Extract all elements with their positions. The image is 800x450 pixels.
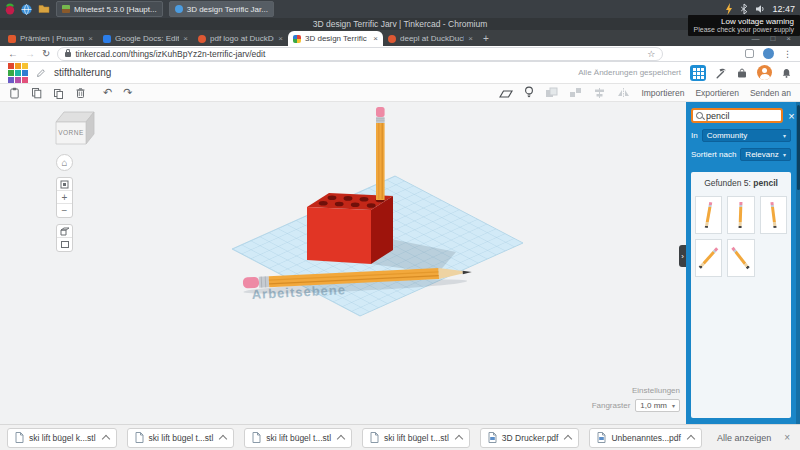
download-item[interactable]: ski lift bügel t...stl: [362, 428, 470, 448]
raspberry-menu-icon[interactable]: [5, 3, 15, 15]
3d-canvas[interactable]: Arbeitsebene: [0, 102, 686, 424]
dashboard-grid-button[interactable]: [690, 65, 706, 81]
address-bar[interactable]: tinkercad.com/things/izKuhBpYz2n-terrifi…: [57, 47, 663, 61]
zoom-out-button[interactable]: −: [57, 204, 72, 217]
editor-main-area: Arbeitsebene: [0, 102, 800, 424]
download-item[interactable]: 3D Drucker.pdf: [480, 428, 580, 448]
undo-icon[interactable]: ↶: [103, 87, 112, 98]
result-thumbnail[interactable]: [695, 239, 722, 277]
tab-label: Google Docs: Editor für: [115, 34, 179, 43]
file-manager-icon[interactable]: [38, 4, 50, 14]
download-menu-caret[interactable]: [687, 434, 695, 442]
show-all-bulb-icon[interactable]: [524, 86, 534, 99]
perspective-view-button[interactable]: [57, 225, 72, 238]
group-icon[interactable]: [545, 87, 558, 99]
fit-view-button[interactable]: [57, 178, 72, 191]
mirror-icon[interactable]: [617, 87, 630, 99]
panel-collapse-handle[interactable]: ›: [679, 245, 686, 267]
window-titlebar[interactable]: 3D design Terrific Jarv | Tinkercad - Ch…: [0, 18, 800, 30]
result-thumbnail[interactable]: [727, 196, 754, 234]
download-menu-caret[interactable]: [101, 434, 109, 442]
download-item[interactable]: ski lift bügel t...stl: [127, 428, 235, 448]
bookmark-star-icon[interactable]: ☆: [647, 49, 655, 59]
download-menu-caret[interactable]: [219, 434, 227, 442]
download-item[interactable]: ski lift bügel t...stl: [244, 428, 352, 448]
user-avatar[interactable]: [757, 65, 772, 80]
paste-icon[interactable]: [9, 87, 20, 99]
export-button[interactable]: Exportieren: [695, 88, 738, 98]
tab-close-icon[interactable]: ×: [278, 34, 283, 43]
align-icon[interactable]: [593, 87, 606, 99]
import-button[interactable]: Importieren: [641, 88, 684, 98]
search-input[interactable]: [706, 111, 778, 121]
standing-pencil[interactable]: [376, 107, 385, 200]
bluetooth-icon[interactable]: [740, 3, 748, 15]
close-shelf-icon[interactable]: ×: [781, 432, 793, 443]
sort-dropdown[interactable]: Relevanz ▾: [740, 148, 791, 161]
tab-close-icon[interactable]: ×: [88, 34, 93, 43]
redo-icon[interactable]: ↷: [123, 87, 132, 98]
download-item[interactable]: ski lift bügel k...stl: [7, 428, 117, 448]
tab-close-icon[interactable]: ×: [373, 34, 378, 43]
panel-scrollbar[interactable]: [796, 102, 800, 424]
download-menu-caret[interactable]: [337, 434, 345, 442]
browser-menu-icon[interactable]: ⋮: [783, 49, 792, 59]
reload-icon[interactable]: ↻: [42, 49, 50, 59]
copy-icon[interactable]: [31, 87, 42, 99]
orthographic-icon: [60, 240, 70, 249]
new-tab-button[interactable]: +: [478, 31, 494, 46]
result-thumbnail[interactable]: [727, 239, 754, 277]
search-box[interactable]: [691, 108, 783, 123]
bag-icon[interactable]: [736, 67, 748, 79]
settings-link[interactable]: Einstellungen: [592, 386, 680, 395]
tab-duckduckgo-deepl[interactable]: deepl at DuckDuckGo ×: [383, 31, 478, 46]
tab-label: pdf logo at DuckDuckGo: [210, 34, 274, 43]
scope-dropdown[interactable]: Community ▾: [702, 129, 791, 142]
delete-icon[interactable]: [75, 87, 86, 99]
result-thumbnail[interactable]: [695, 196, 722, 234]
workplane-tool-icon[interactable]: [499, 87, 513, 99]
orthographic-view-button[interactable]: [57, 238, 72, 251]
download-item[interactable]: Unbenanntes...pdf: [589, 428, 701, 448]
low-voltage-bolt-icon: [725, 3, 733, 15]
browser-navbar: ← → ↻ tinkercad.com/things/izKuhBpYz2n-t…: [0, 46, 800, 62]
close-search-icon[interactable]: ×: [787, 110, 796, 122]
red-box[interactable]: [307, 193, 393, 264]
download-menu-caret[interactable]: [455, 434, 463, 442]
panel-scrollbar-thumb[interactable]: [797, 105, 800, 190]
volume-icon[interactable]: [755, 4, 765, 14]
home-view-button[interactable]: ⌂: [56, 154, 73, 171]
ungroup-icon[interactable]: [569, 87, 582, 99]
tab-tinkercad-active[interactable]: 3D design Terrific Jarv ×: [288, 31, 383, 46]
sort-value: Relevanz: [745, 150, 778, 159]
duplicate-icon[interactable]: [53, 87, 64, 99]
taskbar-window-chromium[interactable]: 3D design Terrific Jar...: [169, 1, 274, 17]
show-all-downloads-button[interactable]: Alle anzeigen: [717, 433, 771, 443]
snap-grid-dropdown[interactable]: 1,0 mm ▾: [635, 399, 680, 412]
bell-icon[interactable]: [781, 67, 792, 79]
blocks-pickaxe-icon[interactable]: [715, 67, 727, 79]
profile-avatar[interactable]: [763, 48, 774, 59]
download-menu-caret[interactable]: [564, 434, 572, 442]
back-icon[interactable]: ←: [8, 49, 18, 59]
globe-icon[interactable]: [21, 4, 32, 15]
view-cube[interactable]: VORNE: [52, 108, 100, 150]
tab-close-icon[interactable]: ×: [468, 34, 473, 43]
edit-title-icon[interactable]: [36, 68, 46, 78]
tab-google-docs[interactable]: Google Docs: Editor für ×: [98, 31, 193, 46]
tab-duckduckgo-pdf[interactable]: pdf logo at DuckDuckGo ×: [193, 31, 288, 46]
tinkercad-logo[interactable]: [8, 63, 28, 83]
scope-filter-row: In Community ▾: [691, 129, 791, 142]
chevron-down-icon: ▾: [783, 151, 786, 158]
url-text[interactable]: tinkercad.com/things/izKuhBpYz2n-terrifi…: [75, 49, 643, 59]
design-title[interactable]: stifthalterung: [54, 67, 111, 78]
clock[interactable]: 12:47: [772, 4, 795, 14]
tab-prusameter[interactable]: Prämien | Prusameter | ×: [3, 31, 98, 46]
tab-close-icon[interactable]: ×: [183, 34, 188, 43]
extension-icon[interactable]: [745, 49, 754, 58]
taskbar-window-minetest[interactable]: Minetest 5.3.0 [Haupt...: [56, 1, 163, 17]
result-thumbnail[interactable]: [760, 196, 787, 234]
zo om-in-button[interactable]: +: [57, 191, 72, 204]
send-to-button[interactable]: Senden an: [750, 88, 791, 98]
forward-icon[interactable]: →: [25, 49, 35, 59]
